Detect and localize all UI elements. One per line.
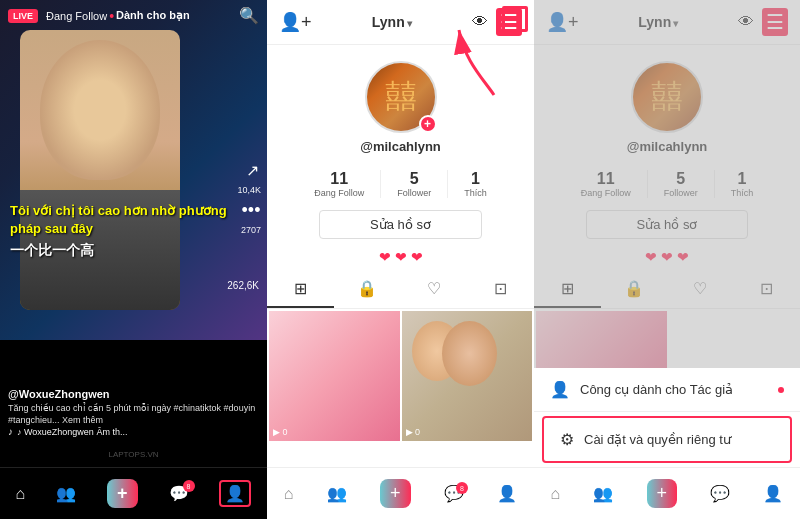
panel-friends-icon: 👥 [327, 484, 347, 503]
like-action[interactable]: 2707 [241, 233, 261, 235]
music-bar: ♪ ♪ WoxueZhongwen Âm th... [8, 426, 127, 437]
heart-3-middle: ❤ [411, 249, 423, 265]
creator-tools-dot [778, 387, 784, 393]
panel-inbox-badge: 8 [456, 482, 468, 494]
hearts-row-middle: ❤ ❤ ❤ [267, 249, 534, 265]
middle-profile-panel: 👤+ Lynn▾ 👁 ☰ 囍 + @milcahlynn 11 Đang Fol… [267, 0, 534, 519]
nav-inbox[interactable]: 💬 8 [169, 484, 189, 503]
music-label: ♪ WoxueZhongwen Âm th... [17, 427, 127, 437]
follow-dot: • [109, 8, 114, 24]
tab-repost-middle[interactable]: ⊡ [467, 271, 534, 308]
creator-tools-item[interactable]: 👤 Công cụ dành cho Tác giả [534, 368, 800, 411]
stat-likes-middle: 1 Thích [448, 170, 503, 198]
settings-popup: 👤 Công cụ dành cho Tác giả ⚙ Cài đặt và … [534, 368, 800, 467]
nav-friends[interactable]: 👥 [56, 484, 76, 503]
video-thumb-1-middle[interactable]: ▶ 0 [269, 311, 400, 441]
panel-nav-create[interactable]: + [380, 479, 411, 508]
panel-nav-profile[interactable]: 👤 [497, 484, 517, 503]
create-icon: + [107, 479, 138, 508]
avatar-symbol-middle: 囍 [385, 75, 417, 119]
panel-home-icon-right: ⌂ [551, 485, 561, 503]
edit-profile-button-middle[interactable]: Sửa hồ sơ [319, 210, 482, 239]
view-count: 262,6K [227, 280, 259, 291]
panel-nav-friends[interactable]: 👥 [327, 484, 347, 503]
home-icon: ⌂ [15, 485, 25, 503]
play-count-2-middle: ▶ 0 [406, 427, 421, 437]
panel-create-icon-right: + [647, 479, 678, 508]
video-overlay-text: Tôi với chị tôi cao hơn nhờ phương pháp … [10, 202, 227, 260]
stat-followers-label-middle: Follower [397, 188, 431, 198]
search-icon[interactable]: 🔍 [239, 6, 259, 25]
chevron-icon: ▾ [407, 18, 412, 29]
music-note-icon: ♪ [8, 426, 13, 437]
panel-nav-inbox[interactable]: 💬 8 [444, 484, 464, 503]
share-count: 10,4K [237, 185, 261, 195]
eye-icon-middle[interactable]: 👁 [472, 13, 488, 31]
avatar-plus-button-middle[interactable]: + [419, 115, 437, 133]
like-tab-icon-middle: ♡ [427, 279, 441, 298]
panel-nav-create-right[interactable]: + [647, 479, 678, 508]
video-face [20, 30, 180, 310]
share-icon[interactable]: ↗ [246, 161, 259, 180]
video-background: Tôi với chị tôi cao hơn nhờ phương pháp … [0, 0, 267, 340]
action-dots[interactable]: ••• [242, 200, 261, 221]
video-container[interactable]: Tôi với chị tôi cao hơn nhờ phương pháp … [0, 0, 267, 519]
video-thumb-2-middle[interactable]: ▶ 0 [402, 311, 533, 441]
avatar-container-middle: 囍 + [365, 61, 437, 133]
danh-cho-ban-label[interactable]: Dành cho bạn [116, 9, 190, 22]
tab-liked-middle[interactable]: ♡ [401, 271, 468, 308]
nav-home[interactable]: ⌂ [15, 485, 25, 503]
panel-nav-profile-right[interactable]: 👤 [763, 484, 783, 503]
profile-tabs-middle: ⊞ 🔒 ♡ ⊡ [267, 271, 534, 309]
nav-profile[interactable]: 👤 [219, 480, 251, 507]
right-actions: ••• 2707 [241, 200, 261, 235]
profile-top-bar-middle: 👤+ Lynn▾ 👁 ☰ [267, 0, 534, 45]
add-person-icon[interactable]: 👤+ [279, 11, 312, 33]
nav-create[interactable]: + [107, 479, 138, 508]
inbox-badge: 8 [183, 480, 195, 492]
follow-label[interactable]: Đang Follow [46, 10, 107, 22]
panel-create-icon: + [380, 479, 411, 508]
settings-gear-icon: ⚙ [560, 430, 574, 449]
dots-icon: ••• [242, 200, 261, 221]
creator-tools-icon: 👤 [550, 380, 570, 399]
video-username[interactable]: @WoxueZhongwen [8, 388, 259, 400]
lock-tab-icon-middle: 🔒 [357, 279, 377, 298]
stat-following-num-middle: 11 [330, 170, 348, 188]
right-settings-panel: 👤+ Lynn▾ 👁 ☰ 囍 @milcahlynn 11 Đang Follo… [534, 0, 800, 519]
videos-tab-icon-middle: ⊞ [294, 279, 307, 298]
settings-divider [534, 411, 800, 412]
bottom-nav-middle: ⌂ 👥 + 💬 8 👤 [267, 467, 534, 519]
video-chinese-text: 一个比一个高 [10, 242, 227, 260]
stat-following-middle: 11 Đang Follow [298, 170, 381, 198]
panel-nav-inbox-right[interactable]: 💬 [710, 484, 730, 503]
creator-tools-label: Công cụ dành cho Tác giả [580, 382, 768, 397]
watermark: LAPTOPS.VN [108, 450, 158, 459]
profile-stats-middle: 11 Đang Follow 5 Follower 1 Thích [267, 170, 534, 198]
panel-friends-icon-right: 👥 [593, 484, 613, 503]
profile-avatar-section-middle: 囍 + @milcahlynn [267, 45, 534, 162]
privacy-settings-item[interactable]: ⚙ Cài đặt và quyền riêng tư [542, 416, 792, 463]
stat-followers-num-middle: 5 [410, 170, 419, 188]
repost-tab-icon-middle: ⊡ [494, 279, 507, 298]
panel-nav-home-right[interactable]: ⌂ [551, 485, 561, 503]
panel-nav-friends-right[interactable]: 👥 [593, 484, 613, 503]
panel-profile-icon-right: 👤 [763, 484, 783, 503]
video-caption: Tăng chiều cao chỉ cần 5 phút mỗi ngày #… [8, 403, 259, 426]
stat-followers-middle: 5 Follower [381, 170, 448, 198]
privacy-settings-label: Cài đặt và quyền riêng tư [584, 432, 774, 447]
video-grid-middle: ▶ 0 ▶ 0 [267, 309, 534, 443]
panel-nav-home[interactable]: ⌂ [284, 485, 294, 503]
bottom-nav: ⌂ 👥 + 💬 8 👤 [0, 467, 267, 519]
tab-videos-middle[interactable]: ⊞ [267, 271, 334, 308]
heart-2-middle: ❤ [395, 249, 407, 265]
like-count: 2707 [241, 225, 261, 235]
menu-icon-middle[interactable]: ☰ [496, 8, 522, 36]
profile-icon: 👤 [225, 484, 245, 503]
heart-1-middle: ❤ [379, 249, 391, 265]
live-badge: LIVE [8, 9, 38, 23]
tab-locked-middle[interactable]: 🔒 [334, 271, 401, 308]
left-video-feed: LIVE Đang Follow • Dành cho bạn 🔍 Tôi vớ… [0, 0, 267, 519]
stat-likes-num-middle: 1 [471, 170, 480, 188]
middle-username-header[interactable]: Lynn▾ [312, 14, 472, 30]
